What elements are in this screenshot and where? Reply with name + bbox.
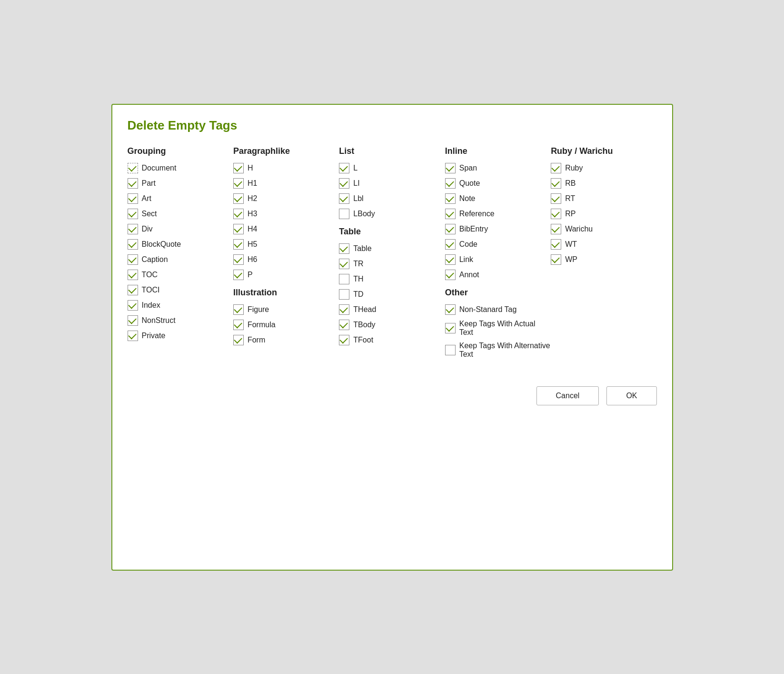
label-quote[interactable]: Quote: [459, 179, 480, 188]
checkbox-note[interactable]: [445, 193, 456, 204]
label-toci[interactable]: TOCI: [142, 286, 160, 294]
label-wp[interactable]: WP: [565, 255, 577, 264]
label-p[interactable]: P: [248, 271, 253, 279]
ok-button[interactable]: OK: [606, 386, 656, 405]
checkbox-link[interactable]: [445, 254, 456, 265]
checkbox-nonstruct[interactable]: [128, 315, 138, 326]
label-rp[interactable]: RP: [565, 210, 576, 218]
label-h4[interactable]: H4: [248, 225, 257, 233]
label-non-standard-tag[interactable]: Non-Stanard Tag: [459, 305, 517, 314]
cancel-button[interactable]: Cancel: [536, 386, 599, 405]
label-link[interactable]: Link: [459, 255, 473, 264]
checkbox-lbl[interactable]: [339, 193, 349, 204]
label-h1[interactable]: H1: [248, 179, 257, 188]
label-form[interactable]: Form: [248, 336, 265, 344]
checkbox-span[interactable]: [445, 163, 456, 173]
checkbox-h2[interactable]: [233, 193, 244, 204]
checkbox-h[interactable]: [233, 163, 244, 173]
checkbox-private[interactable]: [128, 331, 138, 341]
checkbox-h3[interactable]: [233, 209, 244, 219]
checkbox-toc[interactable]: [128, 270, 138, 280]
label-note[interactable]: Note: [459, 194, 476, 203]
label-table[interactable]: Table: [353, 244, 371, 253]
checkbox-l[interactable]: [339, 163, 349, 173]
label-h6[interactable]: H6: [248, 255, 257, 264]
checkbox-div[interactable]: [128, 224, 138, 234]
checkbox-figure[interactable]: [233, 304, 244, 315]
label-index[interactable]: Index: [142, 301, 160, 310]
label-thead[interactable]: THead: [353, 305, 376, 314]
label-blockquote[interactable]: BlockQuote: [142, 240, 181, 249]
checkbox-td[interactable]: [339, 289, 349, 300]
checkbox-rb[interactable]: [551, 178, 561, 189]
label-keep-actual-text[interactable]: Keep Tags With Actual Text: [459, 320, 551, 337]
label-nonstruct[interactable]: NonStruct: [142, 316, 176, 325]
checkbox-bibentry[interactable]: [445, 224, 456, 234]
label-th[interactable]: TH: [353, 275, 363, 283]
checkbox-document[interactable]: [128, 163, 138, 173]
label-tbody[interactable]: TBody: [353, 321, 375, 329]
checkbox-wt[interactable]: [551, 239, 561, 250]
checkbox-annot[interactable]: [445, 270, 456, 280]
label-formula[interactable]: Formula: [248, 321, 276, 329]
checkbox-th[interactable]: [339, 274, 349, 284]
label-warichu[interactable]: Warichu: [565, 225, 593, 233]
label-rb[interactable]: RB: [565, 179, 576, 188]
label-caption[interactable]: Caption: [142, 255, 168, 264]
label-bibentry[interactable]: BibEntry: [459, 225, 488, 233]
checkbox-li[interactable]: [339, 178, 349, 189]
checkbox-caption[interactable]: [128, 254, 138, 265]
checkbox-keep-actual-text[interactable]: [445, 323, 456, 333]
label-toc[interactable]: TOC: [142, 271, 158, 279]
checkbox-h6[interactable]: [233, 254, 244, 265]
label-div[interactable]: Div: [142, 225, 153, 233]
checkbox-ruby[interactable]: [551, 163, 561, 173]
label-l[interactable]: L: [353, 164, 357, 172]
checkbox-thead[interactable]: [339, 304, 349, 315]
checkbox-tbody[interactable]: [339, 320, 349, 330]
label-annot[interactable]: Annot: [459, 271, 479, 279]
checkbox-rt[interactable]: [551, 193, 561, 204]
checkbox-lbody[interactable]: [339, 209, 349, 219]
label-keep-alt-text[interactable]: Keep Tags With Alternative Text: [459, 342, 551, 359]
checkbox-part[interactable]: [128, 178, 138, 189]
label-art[interactable]: Art: [142, 194, 151, 203]
checkbox-tr[interactable]: [339, 259, 349, 269]
label-lbody[interactable]: LBody: [353, 210, 375, 218]
checkbox-tfoot[interactable]: [339, 335, 349, 345]
checkbox-p[interactable]: [233, 270, 244, 280]
label-h3[interactable]: H3: [248, 210, 257, 218]
label-part[interactable]: Part: [142, 179, 156, 188]
checkbox-h1[interactable]: [233, 178, 244, 189]
checkbox-sect[interactable]: [128, 209, 138, 219]
label-li[interactable]: LI: [353, 179, 359, 188]
checkbox-toci[interactable]: [128, 285, 138, 295]
label-rt[interactable]: RT: [565, 194, 575, 203]
label-h2[interactable]: H2: [248, 194, 257, 203]
checkbox-keep-alt-text[interactable]: [445, 345, 456, 355]
label-h[interactable]: H: [248, 164, 253, 172]
label-tr[interactable]: TR: [353, 260, 363, 268]
label-document[interactable]: Document: [142, 164, 177, 172]
label-reference[interactable]: Reference: [459, 210, 495, 218]
label-tfoot[interactable]: TFoot: [353, 336, 373, 344]
checkbox-non-standard-tag[interactable]: [445, 304, 456, 315]
label-figure[interactable]: Figure: [248, 305, 269, 314]
label-td[interactable]: TD: [353, 290, 363, 299]
checkbox-h4[interactable]: [233, 224, 244, 234]
checkbox-art[interactable]: [128, 193, 138, 204]
checkbox-form[interactable]: [233, 335, 244, 345]
label-h5[interactable]: H5: [248, 240, 257, 249]
label-sect[interactable]: Sect: [142, 210, 157, 218]
label-ruby[interactable]: Ruby: [565, 164, 583, 172]
checkbox-rp[interactable]: [551, 209, 561, 219]
checkbox-reference[interactable]: [445, 209, 456, 219]
label-wt[interactable]: WT: [565, 240, 577, 249]
checkbox-table[interactable]: [339, 243, 349, 254]
label-span[interactable]: Span: [459, 164, 477, 172]
checkbox-h5[interactable]: [233, 239, 244, 250]
label-code[interactable]: Code: [459, 240, 477, 249]
checkbox-warichu[interactable]: [551, 224, 561, 234]
checkbox-formula[interactable]: [233, 320, 244, 330]
checkbox-wp[interactable]: [551, 254, 561, 265]
